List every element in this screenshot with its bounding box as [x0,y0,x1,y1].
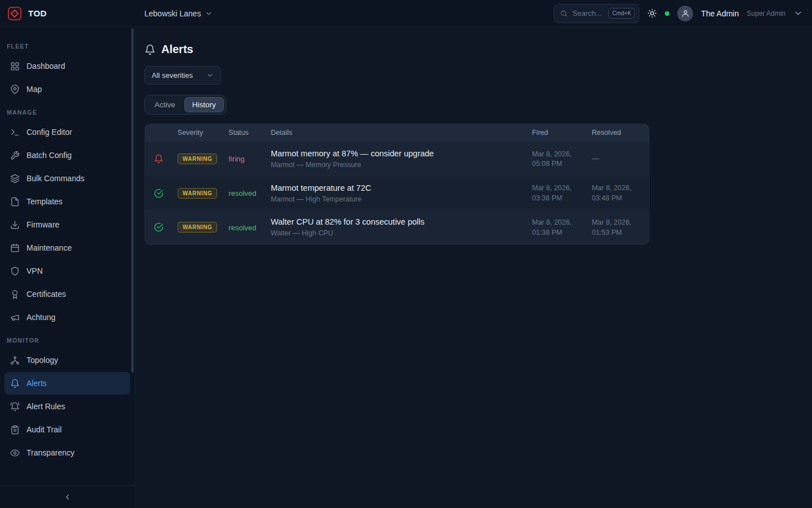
sidebar-item-maintenance[interactable]: Maintenance [5,237,130,259]
severity-badge: WARNING [178,188,218,199]
resolved-time: Mar 8, 2026, 03:48 PM [592,184,631,202]
bell-icon [10,379,20,388]
map-pin-icon [10,85,20,94]
alert-row[interactable]: WARNING resolved Walter CPU at 82% for 3… [145,211,649,244]
sidebar-item-label: Templates [27,197,63,206]
sidebar-item-transparency[interactable]: Transparency [5,441,130,464]
chevron-down-icon [206,72,214,79]
alert-row[interactable]: WARNING firing Marmot memory at 87% — co… [145,142,649,176]
sidebar-item-label: Dashboard [27,62,65,71]
alert-row[interactable]: WARNING resolved Marmot temperature at 7… [145,176,649,211]
user-name: The Admin [701,9,739,18]
user-icon [681,9,690,17]
col-fired: Fired [526,124,586,142]
sidebar-item-label: Alert Rules [27,402,65,411]
page-title: Alerts [161,43,193,56]
alerts-tabs: Active History [144,95,226,115]
col-status: Status [223,124,265,142]
alert-title: Marmot memory at 87% — consider upgrade [271,149,520,158]
sidebar-item-label: Certificates [27,290,66,299]
sidebar-item-label: Audit Trail [27,425,61,434]
sidebar-item-batch-config[interactable]: Batch Config [5,144,130,167]
wrench-icon [10,151,20,160]
sidebar-item-achtung[interactable]: Achtung [5,306,130,329]
layers-icon [10,174,20,183]
sidebar-item-alerts[interactable]: Alerts [5,372,130,395]
sidebar-item-label: Topology [27,356,58,365]
grid-icon [10,62,20,71]
sidebar-item-label: Batch Config [27,151,72,160]
bell-icon [144,44,156,55]
network-icon [10,356,20,365]
sidebar-item-dashboard[interactable]: Dashboard [5,55,130,77]
severity-badge: WARNING [178,222,218,233]
sidebar-item-label: Achtung [27,313,55,322]
section-label-monitor: MONITOR [0,329,135,348]
topbar: TOD Lebowski Lanes Cmd+K The Admin S [0,0,812,27]
alert-title: Walter CPU at 82% for 3 consecutive poll… [271,217,520,226]
sidebar-item-label: Config Editor [27,128,72,137]
user-menu-chevron[interactable] [793,8,803,18]
avatar[interactable] [677,6,693,21]
search-shortcut-badge: Cmd+K [608,8,636,19]
sidebar-item-bulk-commands[interactable]: Bulk Commands [5,167,130,190]
sidebar-scrollbar[interactable] [131,28,134,373]
search-input[interactable] [572,9,603,17]
search-icon [560,10,568,17]
calendar-icon [10,243,20,253]
bell-ring-icon [10,402,20,411]
tab-active[interactable]: Active [147,97,183,112]
eye-icon [10,448,20,458]
chevron-left-icon [63,493,72,501]
shield-icon [10,266,20,276]
sidebar-item-topology[interactable]: Topology [5,349,130,371]
col-details: Details [265,124,526,142]
sidebar-item-alert-rules[interactable]: Alert Rules [5,395,130,418]
section-label-fleet: FLEET [0,35,135,54]
fired-time: Mar 8, 2026, 01:38 PM [532,218,571,237]
sidebar-item-label: VPN [27,266,43,275]
terminal-icon [10,128,20,137]
brand-name: TOD [28,8,47,18]
severity-filter-select[interactable]: All severities [144,66,221,85]
tab-history[interactable]: History [184,97,224,112]
resolved-time: Mar 8, 2026, 01:53 PM [592,218,631,237]
col-severity: Severity [172,124,223,142]
sidebar-item-label: Bulk Commands [27,174,85,183]
sidebar-item-certificates[interactable]: Certificates [5,283,130,305]
check-circle-icon [154,222,166,232]
alert-subtitle: Walter — High CPU [271,229,520,237]
sidebar-item-templates[interactable]: Templates [5,190,130,213]
online-status-dot [665,11,669,16]
download-icon [10,220,20,230]
org-switcher[interactable]: Lebowski Lanes [144,9,213,18]
fired-time: Mar 8, 2026, 05:08 PM [532,150,571,168]
search-box[interactable]: Cmd+K [554,4,639,23]
severity-badge: WARNING [178,154,218,164]
status-text: resolved [228,224,256,232]
sidebar-collapse-button[interactable] [0,485,135,508]
page-header: Alerts [144,43,803,56]
award-icon [10,290,20,299]
sidebar-item-firmware[interactable]: Firmware [5,213,130,236]
theme-toggle-button[interactable] [647,8,657,18]
sidebar-item-config-editor[interactable]: Config Editor [5,121,130,143]
sun-icon [647,8,657,18]
status-text: firing [228,155,244,163]
sidebar-item-label: Alerts [27,379,47,388]
sidebar-item-vpn[interactable]: VPN [5,260,130,282]
file-icon [10,197,20,207]
alert-bell-icon [154,154,166,164]
sidebar-item-label: Map [27,85,42,94]
sidebar-item-audit-trail[interactable]: Audit Trail [5,418,130,441]
sidebar-item-label: Firmware [27,220,59,229]
clipboard-icon [10,425,20,435]
sidebar-scroll-area: FLEET Dashboard Map MANAGE Config Editor… [0,27,135,485]
alert-subtitle: Marmot — High Temperature [271,195,520,203]
fired-time: Mar 8, 2026, 03:38 PM [532,184,571,202]
sidebar-item-map[interactable]: Map [5,78,130,100]
brand-logo-icon [7,6,23,21]
megaphone-icon [10,313,20,322]
user-role: Super Admin [747,10,785,17]
alerts-table: Severity Status Details Fired Resolved W… [144,124,650,245]
